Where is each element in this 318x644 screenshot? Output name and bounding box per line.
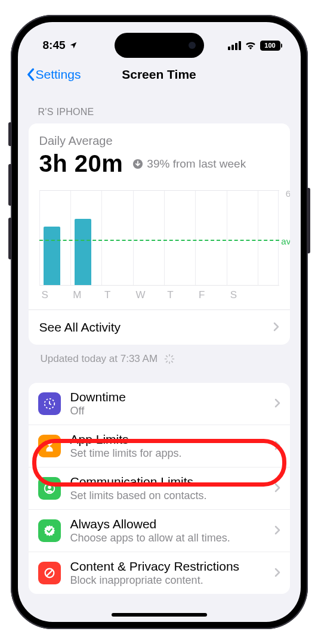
section-header: R'S IPHONE bbox=[29, 91, 290, 123]
chart-bar bbox=[44, 227, 60, 285]
chart-bar bbox=[75, 219, 91, 285]
chevron-right-icon bbox=[274, 438, 280, 454]
wifi-icon bbox=[245, 41, 257, 49]
see-all-activity-row[interactable]: See All Activity bbox=[29, 309, 290, 345]
updated-text: Updated today at 7:33 AM bbox=[29, 345, 290, 365]
down-arrow-icon bbox=[132, 159, 143, 169]
battery-icon: 100 bbox=[260, 41, 280, 51]
cellular-icon bbox=[228, 41, 241, 50]
usage-chart: 6h avg 0 bbox=[39, 190, 279, 286]
location-icon bbox=[69, 41, 78, 49]
side-button bbox=[8, 122, 12, 146]
chevron-right-icon bbox=[273, 320, 279, 335]
list-item-sub: Off bbox=[70, 405, 265, 417]
communication-limits-row[interactable]: Communication Limits Set limits based on… bbox=[29, 467, 290, 509]
list-item-title: Content & Privacy Restrictions bbox=[70, 559, 265, 574]
checkmark-badge-icon bbox=[38, 519, 61, 542]
page-title: Screen Time bbox=[18, 67, 301, 82]
list-item-sub: Set time limits for apps. bbox=[70, 447, 265, 460]
chevron-right-icon bbox=[274, 523, 280, 538]
person-icon bbox=[38, 477, 61, 500]
nav-bar: Settings Screen Time bbox=[18, 58, 301, 91]
hourglass-icon bbox=[38, 435, 61, 457]
content-privacy-row[interactable]: Content & Privacy Restrictions Block ina… bbox=[29, 552, 290, 594]
daily-average-delta: 39% from last week bbox=[132, 157, 246, 171]
spinner-icon bbox=[163, 353, 175, 365]
daily-average-label: Daily Average bbox=[39, 134, 279, 148]
list-item-title: App Limits bbox=[70, 432, 265, 447]
settings-list: Downtime Off App Limits Set time limits … bbox=[29, 383, 290, 594]
always-allowed-row[interactable]: Always Allowed Choose apps to allow at a… bbox=[29, 509, 290, 552]
screen: 8:45 100 Settings Screen Time R'S IPHONE… bbox=[18, 22, 301, 622]
chevron-right-icon bbox=[274, 565, 280, 581]
status-time: 8:45 bbox=[43, 39, 66, 52]
usage-card: Daily Average 3h 20m 39% from last week bbox=[29, 123, 290, 345]
list-item-title: Downtime bbox=[70, 390, 265, 404]
list-item-title: Communication Limits bbox=[70, 475, 265, 489]
chevron-right-icon bbox=[274, 396, 280, 411]
y-avg-label: avg bbox=[281, 236, 289, 246]
list-item-sub: Block inappropriate content. bbox=[70, 574, 265, 587]
y-max-label: 6h bbox=[286, 188, 290, 199]
avg-line bbox=[39, 240, 279, 241]
volume-down-button bbox=[8, 218, 12, 259]
list-item-sub: Set limits based on contacts. bbox=[70, 490, 265, 502]
daily-average-value: 3h 20m bbox=[39, 150, 124, 177]
svg-point-3 bbox=[48, 485, 51, 489]
downtime-icon bbox=[38, 392, 61, 415]
see-all-label: See All Activity bbox=[39, 320, 121, 335]
list-item-sub: Choose apps to allow at all times. bbox=[70, 532, 265, 544]
phone-frame: 8:45 100 Settings Screen Time R'S IPHONE… bbox=[11, 15, 308, 629]
power-button bbox=[307, 188, 310, 253]
dynamic-island bbox=[115, 33, 204, 58]
app-limits-row[interactable]: App Limits Set time limits for apps. bbox=[29, 425, 290, 467]
list-item-title: Always Allowed bbox=[70, 517, 265, 531]
volume-up-button bbox=[8, 164, 12, 206]
downtime-row[interactable]: Downtime Off bbox=[29, 383, 290, 425]
no-entry-icon bbox=[38, 562, 61, 584]
x-axis-labels: S M T W T F S bbox=[39, 289, 279, 301]
home-indicator[interactable] bbox=[112, 613, 207, 617]
chevron-right-icon bbox=[274, 481, 280, 496]
